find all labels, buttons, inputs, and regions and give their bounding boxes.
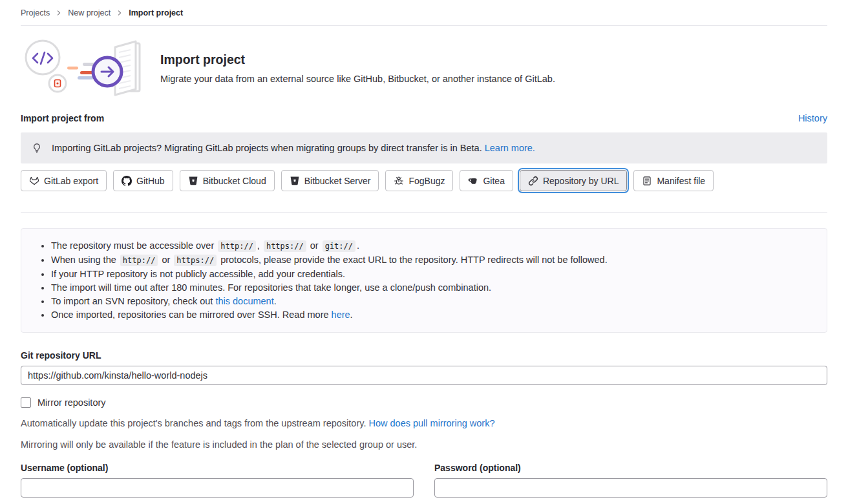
- import-illustration: [21, 38, 145, 98]
- password-field-group: Password (optional): [434, 463, 827, 498]
- note-item: When using the http:// or https:// proto…: [51, 253, 811, 268]
- url-label: Git repository URL: [21, 350, 827, 361]
- code-snippet: https://: [174, 255, 217, 266]
- mirror-plan-note: Mirroring will only be available if the …: [21, 439, 827, 450]
- mirror-label: Mirror repository: [37, 397, 106, 408]
- url-input[interactable]: [21, 366, 827, 385]
- import-project-page: ProjectsNew projectImport project: [0, 0, 848, 498]
- page-description: Migrate your data from an external sourc…: [160, 74, 555, 84]
- pull-mirroring-link[interactable]: How does pull mirroring work?: [368, 418, 494, 428]
- code-snippet: git://: [323, 240, 355, 252]
- import-source-label: Repository by URL: [543, 176, 619, 186]
- mirror-checkbox-row: Mirror repository: [21, 397, 827, 408]
- password-label: Password (optional): [434, 463, 827, 473]
- mirror-checkbox[interactable]: [21, 397, 31, 408]
- learn-more-link[interactable]: Learn more.: [485, 143, 535, 153]
- note-item: To import an SVN repository, check out t…: [51, 295, 811, 308]
- username-label: Username (optional): [21, 463, 414, 473]
- username-input[interactable]: [21, 478, 414, 498]
- import-source-label: Gitea: [483, 176, 504, 186]
- lightbulb-icon: [32, 143, 42, 153]
- history-link[interactable]: History: [798, 113, 827, 123]
- mirror-help-text: Automatically update this project's bran…: [21, 418, 366, 428]
- bitbucket-icon: [188, 176, 198, 186]
- header-text: Import project Migrate your data from an…: [160, 52, 555, 84]
- import-source-bitbucket-cloud[interactable]: Bitbucket Cloud: [180, 170, 275, 191]
- code-snippet: http://: [218, 240, 256, 252]
- username-field-group: Username (optional): [21, 463, 414, 498]
- import-source-label: GitLab export: [44, 176, 98, 186]
- note-item: Once imported, repositories can be mirro…: [51, 308, 811, 322]
- import-source-bitbucket-server[interactable]: Bitbucket Server: [281, 170, 379, 191]
- mirror-help: Automatically update this project's bran…: [21, 418, 827, 428]
- github-icon: [122, 176, 132, 186]
- note-item: The repository must be accessible over h…: [51, 239, 811, 253]
- page-title: Import project: [160, 52, 555, 67]
- code-snippet: http://: [120, 255, 158, 266]
- note-link[interactable]: here: [332, 310, 350, 320]
- divider: [21, 212, 827, 213]
- password-input[interactable]: [434, 478, 827, 498]
- page-header: Import project Migrate your data from an…: [21, 26, 827, 109]
- breadcrumb-item-projects[interactable]: Projects: [21, 8, 50, 17]
- document-icon: [642, 176, 652, 186]
- import-source-label: FogBugz: [408, 176, 445, 186]
- bug-icon: [394, 176, 404, 186]
- breadcrumb-item-new-project[interactable]: New project: [68, 8, 111, 17]
- import-source-label: Bitbucket Cloud: [203, 176, 266, 186]
- import-source-gitlab-export[interactable]: GitLab export: [21, 170, 107, 191]
- gitea-icon: [468, 176, 478, 186]
- import-source-fogbugz[interactable]: FogBugz: [385, 170, 453, 191]
- section-label: Import project from: [21, 113, 104, 123]
- code-snippet: https://: [264, 240, 306, 252]
- import-source-label: Bitbucket Server: [304, 176, 371, 186]
- import-source-manifest-file[interactable]: Manifest file: [633, 170, 714, 191]
- notes-list: The repository must be accessible over h…: [37, 239, 811, 322]
- section-row: Import project from History: [21, 113, 827, 123]
- credentials-row: Username (optional) Password (optional): [21, 463, 827, 498]
- link-icon: [528, 176, 538, 186]
- import-source-gitea[interactable]: Gitea: [460, 170, 513, 191]
- notes-panel: The repository must be accessible over h…: [21, 228, 827, 333]
- import-source-github[interactable]: GitHub: [113, 170, 173, 191]
- bitbucket-icon: [290, 176, 300, 186]
- chevron-right-icon: [116, 10, 123, 16]
- import-source-label: GitHub: [136, 176, 165, 186]
- breadcrumb-item-import-project: Import project: [129, 8, 183, 17]
- note-item: If your HTTP repository is not publicly …: [51, 268, 811, 281]
- import-source-label: Manifest file: [657, 176, 705, 186]
- banner-text: Importing GitLab projects? Migrating Git…: [52, 143, 482, 153]
- import-source-repository-by-url[interactable]: Repository by URL: [520, 170, 628, 191]
- import-source-buttons: GitLab exportGitHubBitbucket CloudBitbuc…: [21, 170, 827, 191]
- note-link[interactable]: this document: [215, 296, 273, 306]
- breadcrumb: ProjectsNew projectImport project: [21, 0, 827, 26]
- gitlab-icon: [29, 176, 39, 186]
- note-item: The import will time out after 180 minut…: [51, 281, 811, 295]
- beta-banner: Importing GitLab projects? Migrating Git…: [21, 132, 827, 163]
- chevron-right-icon: [56, 10, 62, 16]
